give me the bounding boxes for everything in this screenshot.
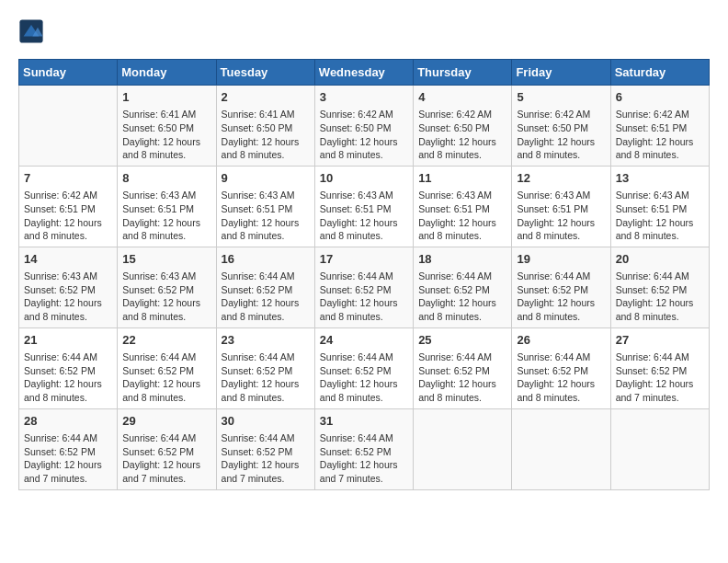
day-info: Daylight: 12 hours <box>320 377 408 391</box>
day-info: Sunset: 6:51 PM <box>222 202 310 216</box>
day-info: and 8 minutes. <box>616 229 704 243</box>
day-info: Sunrise: 6:44 AM <box>320 431 408 445</box>
day-number: 22 <box>122 332 210 349</box>
day-info: and 8 minutes. <box>418 391 506 405</box>
day-info: and 8 minutes. <box>320 229 408 243</box>
day-info: and 8 minutes. <box>222 310 310 324</box>
weekday-header-friday: Friday <box>512 60 610 86</box>
day-info: and 8 minutes. <box>122 229 210 243</box>
day-info: Sunset: 6:52 PM <box>122 283 210 297</box>
calendar-cell: 4Sunrise: 6:42 AMSunset: 6:50 PMDaylight… <box>414 86 512 167</box>
day-info: and 8 minutes. <box>24 310 112 324</box>
day-info: and 8 minutes. <box>517 310 605 324</box>
calendar-cell: 22Sunrise: 6:44 AMSunset: 6:52 PMDayligh… <box>118 327 216 408</box>
day-number: 1 <box>122 89 210 106</box>
day-info: Daylight: 12 hours <box>616 135 704 149</box>
day-info: Sunrise: 6:44 AM <box>122 431 210 445</box>
day-info: and 8 minutes. <box>517 391 605 405</box>
calendar-cell: 26Sunrise: 6:44 AMSunset: 6:52 PMDayligh… <box>512 327 610 408</box>
calendar-cell: 29Sunrise: 6:44 AMSunset: 6:52 PMDayligh… <box>118 408 216 489</box>
day-info: Sunset: 6:52 PM <box>320 364 408 378</box>
calendar-table: SundayMondayTuesdayWednesdayThursdayFrid… <box>18 59 710 490</box>
calendar-cell: 19Sunrise: 6:44 AMSunset: 6:52 PMDayligh… <box>512 247 610 327</box>
calendar-cell: 16Sunrise: 6:44 AMSunset: 6:52 PMDayligh… <box>216 247 314 327</box>
day-info: Sunrise: 6:44 AM <box>616 270 704 283</box>
day-info: Daylight: 12 hours <box>222 296 310 310</box>
day-info: Daylight: 12 hours <box>222 135 310 149</box>
day-number: 30 <box>222 413 310 430</box>
day-info: Sunset: 6:50 PM <box>320 121 408 135</box>
day-info: and 8 minutes. <box>122 148 210 162</box>
day-info: Sunrise: 6:43 AM <box>122 270 210 283</box>
day-info: Sunset: 6:52 PM <box>418 364 506 378</box>
calendar-cell: 18Sunrise: 6:44 AMSunset: 6:52 PMDayligh… <box>414 247 512 327</box>
weekday-header-thursday: Thursday <box>414 60 512 86</box>
day-info: Daylight: 12 hours <box>320 216 408 230</box>
page-header <box>18 18 710 44</box>
day-info: Daylight: 12 hours <box>517 216 605 230</box>
day-info: Sunset: 6:50 PM <box>122 121 210 135</box>
calendar-cell: 5Sunrise: 6:42 AMSunset: 6:50 PMDaylight… <box>512 86 610 167</box>
calendar-cell: 24Sunrise: 6:44 AMSunset: 6:52 PMDayligh… <box>314 327 413 408</box>
day-info: Daylight: 12 hours <box>320 296 408 310</box>
day-number: 31 <box>320 413 408 430</box>
day-info: and 8 minutes. <box>320 310 408 324</box>
calendar-cell: 12Sunrise: 6:43 AMSunset: 6:51 PMDayligh… <box>512 166 610 247</box>
day-info: Sunset: 6:51 PM <box>320 202 408 216</box>
day-info: Daylight: 12 hours <box>616 216 704 230</box>
day-number: 4 <box>418 89 506 106</box>
day-info: Sunset: 6:52 PM <box>222 283 310 297</box>
day-info: Daylight: 12 hours <box>517 296 605 310</box>
day-info: Sunset: 6:52 PM <box>320 283 408 297</box>
day-info: and 7 minutes. <box>320 472 408 486</box>
calendar-cell: 7Sunrise: 6:42 AMSunset: 6:51 PMDaylight… <box>19 166 118 247</box>
day-info: Sunrise: 6:42 AM <box>517 108 605 121</box>
day-info: Sunrise: 6:44 AM <box>24 350 112 364</box>
day-info: Sunset: 6:52 PM <box>222 364 310 378</box>
calendar-cell <box>610 408 709 489</box>
day-number: 13 <box>616 170 704 187</box>
calendar-cell: 30Sunrise: 6:44 AMSunset: 6:52 PMDayligh… <box>216 408 314 489</box>
day-info: Sunrise: 6:44 AM <box>320 350 408 364</box>
day-number: 8 <box>122 170 210 187</box>
weekday-header-tuesday: Tuesday <box>216 60 314 86</box>
calendar-cell: 6Sunrise: 6:42 AMSunset: 6:51 PMDaylight… <box>610 86 709 167</box>
calendar-cell: 8Sunrise: 6:43 AMSunset: 6:51 PMDaylight… <box>118 166 216 247</box>
day-info: Sunset: 6:52 PM <box>616 364 704 378</box>
day-number: 23 <box>222 332 310 349</box>
day-number: 19 <box>517 251 605 268</box>
day-info: Sunrise: 6:43 AM <box>517 189 605 202</box>
day-info: Sunrise: 6:44 AM <box>222 270 310 283</box>
week-row-2: 7Sunrise: 6:42 AMSunset: 6:51 PMDaylight… <box>19 166 710 247</box>
day-info: Sunset: 6:52 PM <box>418 283 506 297</box>
weekday-header-sunday: Sunday <box>19 60 118 86</box>
day-info: Sunset: 6:51 PM <box>616 121 704 135</box>
calendar-cell: 20Sunrise: 6:44 AMSunset: 6:52 PMDayligh… <box>610 247 709 327</box>
day-info: Sunset: 6:52 PM <box>320 445 408 459</box>
calendar-cell: 21Sunrise: 6:44 AMSunset: 6:52 PMDayligh… <box>19 327 118 408</box>
day-info: Sunset: 6:50 PM <box>222 121 310 135</box>
day-info: and 7 minutes. <box>122 472 210 486</box>
calendar-cell <box>19 86 118 167</box>
day-info: Daylight: 12 hours <box>24 377 112 391</box>
day-info: and 7 minutes. <box>222 472 310 486</box>
day-info: Sunset: 6:52 PM <box>616 283 704 297</box>
day-info: and 8 minutes. <box>222 391 310 405</box>
weekday-header-saturday: Saturday <box>610 60 709 86</box>
day-info: Sunrise: 6:43 AM <box>418 189 506 202</box>
day-number: 29 <box>122 413 210 430</box>
day-info: Sunset: 6:52 PM <box>24 364 112 378</box>
day-number: 2 <box>222 89 310 106</box>
day-info: Daylight: 12 hours <box>122 296 210 310</box>
weekday-header-row: SundayMondayTuesdayWednesdayThursdayFrid… <box>19 60 710 86</box>
calendar-cell: 10Sunrise: 6:43 AMSunset: 6:51 PMDayligh… <box>314 166 413 247</box>
day-info: Daylight: 12 hours <box>517 377 605 391</box>
day-info: Sunrise: 6:41 AM <box>222 108 310 121</box>
day-info: Sunrise: 6:43 AM <box>122 189 210 202</box>
day-info: Sunrise: 6:42 AM <box>616 108 704 121</box>
calendar-cell: 2Sunrise: 6:41 AMSunset: 6:50 PMDaylight… <box>216 86 314 167</box>
day-info: Daylight: 12 hours <box>418 296 506 310</box>
day-info: Sunrise: 6:42 AM <box>320 108 408 121</box>
calendar-cell: 3Sunrise: 6:42 AMSunset: 6:50 PMDaylight… <box>314 86 413 167</box>
day-info: Sunset: 6:50 PM <box>418 121 506 135</box>
